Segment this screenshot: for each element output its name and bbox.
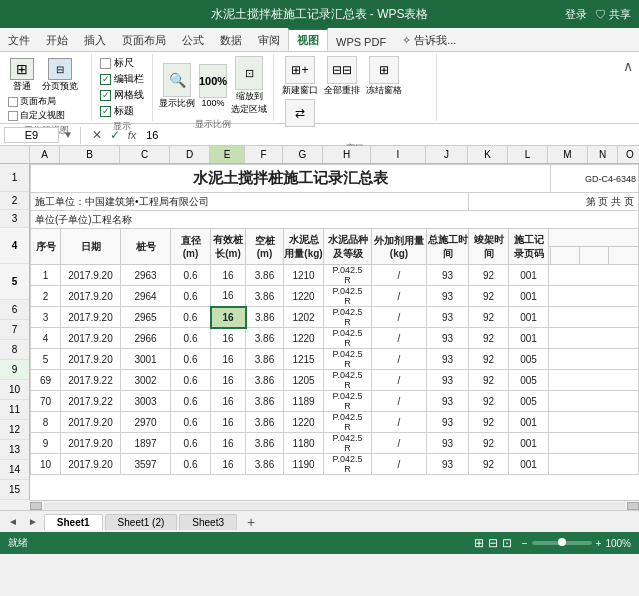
page-break-btn[interactable]: ⊟ 分页预览	[40, 56, 80, 95]
data-row-2: 2 2017.9.20 2964 0.6 16 3.86 1220 P.042.…	[31, 286, 639, 307]
sheet-scroll-left[interactable]: ◄	[4, 516, 22, 527]
row-12[interactable]: 12	[0, 420, 29, 440]
tab-speech[interactable]: ✧ 告诉我...	[394, 30, 464, 51]
formula-input[interactable]: 16	[142, 128, 635, 142]
sheet-scroll-right[interactable]: ►	[24, 516, 42, 527]
tab-view[interactable]: 视图	[288, 28, 328, 51]
tab-insert[interactable]: 插入	[76, 30, 114, 51]
row-4[interactable]: 4	[0, 228, 29, 264]
gd-code: GD-C4-6348	[550, 165, 638, 193]
col-l[interactable]: L	[508, 146, 548, 163]
normal-view-icon[interactable]: ⊞	[474, 536, 484, 550]
page-break-icon[interactable]: ⊟	[488, 536, 498, 550]
page-layout-check[interactable]: 页面布局	[8, 95, 85, 108]
new-window-btn[interactable]: ⊞+ 新建窗口	[280, 56, 320, 97]
data-row-4: 4 2017.9.20 2966 0.6 16 3.86 1220 P.042.…	[31, 328, 639, 349]
grid-content: 水泥土搅拌桩施工记录汇总表 GD-C4-6348 施工单位：中国建筑第•工程局有…	[30, 164, 639, 500]
page-layout-icon[interactable]: ⊡	[502, 536, 512, 550]
spreadsheet-area: A B C D E F G H I J K L M N O P 1 2 3 4 …	[0, 146, 639, 500]
cancel-icon[interactable]: ✕	[90, 128, 104, 142]
row-9[interactable]: 9	[0, 360, 29, 380]
share-btn[interactable]: ♡ 共享	[595, 7, 631, 22]
zoom-in-btn[interactable]: +	[596, 538, 602, 549]
headings-check[interactable]: ✓ 标题	[100, 104, 144, 118]
formula-bar-check[interactable]: ✓ 编辑栏	[100, 72, 144, 86]
add-sheet-btn[interactable]: +	[239, 512, 263, 532]
row-5[interactable]: 5	[0, 264, 29, 300]
row-1[interactable]: 1	[0, 164, 29, 192]
ruler-check[interactable]: 标尺	[100, 56, 144, 70]
col-e[interactable]: E	[210, 146, 245, 163]
spreadsheet-title: 水泥土搅拌桩施工记录汇总表	[31, 165, 551, 193]
col-i[interactable]: I	[371, 146, 426, 163]
row-3[interactable]: 3	[0, 210, 29, 228]
tab-page-layout[interactable]: 页面布局	[114, 30, 174, 51]
normal-view-btn[interactable]: ⊞ 普通	[8, 56, 36, 95]
data-row-9: 9 2017.9.20 1897 0.6 16 3.86 1180 P.042.…	[31, 433, 639, 454]
sheet-tabs-bar: ◄ ► Sheet1 Sheet1 (2) Sheet3 +	[0, 510, 639, 532]
col-a[interactable]: A	[30, 146, 60, 163]
unit-label: 单位(子单位)工程名称	[31, 211, 639, 229]
row-2[interactable]: 2	[0, 192, 29, 210]
status-text: 就绪	[8, 536, 28, 550]
zoom-slider[interactable]	[532, 541, 592, 545]
title-text: 水泥土搅拌桩施工记录汇总表 - WPS表格	[211, 6, 429, 23]
col-n[interactable]: N	[588, 146, 618, 163]
login-btn[interactable]: 登录	[565, 7, 587, 22]
company-row: 施工单位：中国建筑第•工程局有限公司 第 页 共 页	[31, 193, 639, 211]
data-row-5: 5 2017.9.20 3001 0.6 16 3.86 1215 P.042.…	[31, 349, 639, 370]
row-11[interactable]: 11	[0, 400, 29, 420]
data-row-6: 69 2017.9.22 3002 0.6 16 3.86 1205 P.042…	[31, 370, 639, 391]
row-7[interactable]: 7	[0, 320, 29, 340]
title-bar: 水泥土搅拌桩施工记录汇总表 - WPS表格 登录 ♡ 共享	[0, 0, 639, 28]
zoom-btn[interactable]: 🔍 显示比例	[159, 63, 195, 110]
ribbon-content: ⊞ 普通 ⊟ 分页预览 页面布局 自定义视图 工作簿视图 标尺	[0, 52, 639, 124]
col-d[interactable]: D	[170, 146, 210, 163]
expand-icon: ▼	[63, 129, 73, 140]
function-icon[interactable]: fx	[126, 129, 139, 141]
sheet-tab-1[interactable]: Sheet1	[44, 514, 103, 530]
cell-reference[interactable]: E9	[4, 127, 59, 143]
col-c[interactable]: C	[120, 146, 170, 163]
gridlines-check[interactable]: ✓ 网格线	[100, 88, 144, 102]
sheet-tab-3[interactable]: Sheet3	[179, 514, 237, 530]
row-6[interactable]: 6	[0, 300, 29, 320]
header-cement: 水泥总用量(kg)	[284, 229, 324, 265]
confirm-icon[interactable]: ✓	[108, 128, 122, 142]
zoom-100-btn[interactable]: 100% 100%	[199, 64, 227, 108]
tab-wps-pdf[interactable]: WPS PDF	[328, 33, 394, 51]
tab-data[interactable]: 数据	[212, 30, 250, 51]
header-additive: 外加剂用量(kg)	[372, 229, 427, 265]
zoom-out-btn[interactable]: −	[522, 538, 528, 549]
row-13[interactable]: 13	[0, 440, 29, 460]
custom-view-check[interactable]: 自定义视图	[8, 109, 85, 122]
data-row-10: 10 2017.9.20 3597 0.6 16 3.86 1190 P.042…	[31, 454, 639, 475]
header-date: 日期	[61, 229, 121, 265]
tab-home[interactable]: 开始	[38, 30, 76, 51]
zoom-fit-btn[interactable]: ⊡ 缩放到选定区域	[231, 56, 267, 116]
row-8[interactable]: 8	[0, 340, 29, 360]
header-seq: 序号	[31, 229, 61, 265]
col-o[interactable]: O	[618, 146, 639, 163]
freeze-panes-btn[interactable]: ⊞ 冻结窗格	[364, 56, 404, 97]
row-15[interactable]: 15	[0, 480, 29, 500]
tab-file[interactable]: 文件	[0, 30, 38, 51]
tab-review[interactable]: 审阅	[250, 30, 288, 51]
col-f[interactable]: F	[245, 146, 283, 163]
sheet-tab-2[interactable]: Sheet1 (2)	[105, 514, 178, 530]
col-j[interactable]: J	[426, 146, 468, 163]
col-b[interactable]: B	[60, 146, 120, 163]
row-14[interactable]: 14	[0, 460, 29, 480]
col-g[interactable]: G	[283, 146, 323, 163]
col-m[interactable]: M	[548, 146, 588, 163]
tab-formula[interactable]: 公式	[174, 30, 212, 51]
row-10[interactable]: 10	[0, 380, 29, 400]
col-h[interactable]: H	[323, 146, 371, 163]
data-row-1: 1 2017.9.20 2963 0.6 16 3.86 1210 P.042.…	[31, 265, 639, 286]
arrange-all-btn[interactable]: ⊟⊟ 全部重排	[322, 56, 362, 97]
ribbon-expand[interactable]: ∧	[619, 54, 637, 121]
title-row: 水泥土搅拌桩施工记录汇总表 GD-C4-6348	[31, 165, 639, 193]
window-group: ⊞+ 新建窗口 ⊟⊟ 全部重排 ⊞ 冻结窗格 ⇄ 切换窗口 窗口	[274, 54, 437, 121]
company-name: 施工单位：中国建筑第•工程局有限公司	[31, 193, 469, 211]
col-k[interactable]: K	[468, 146, 508, 163]
